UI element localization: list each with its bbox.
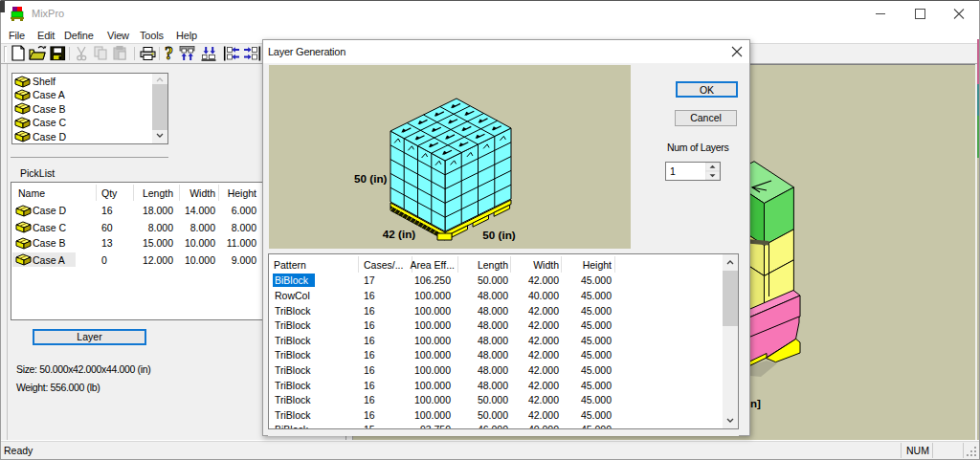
svg-text:50 (in): 50 (in) bbox=[354, 172, 388, 185]
svg-text:50 (in): 50 (in) bbox=[482, 229, 516, 241]
svg-text:42 (in): 42 (in) bbox=[383, 228, 416, 240]
